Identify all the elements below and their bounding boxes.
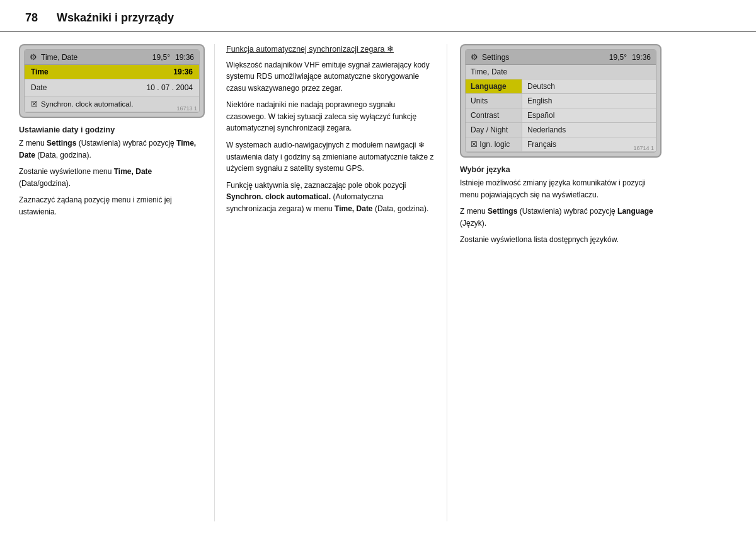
right-menu-daynight-left: Day / Night [466, 123, 522, 137]
right-bold-settings: Settings [488, 207, 517, 216]
middle-para-3: W systemach audio-nawigacyjnych z modułe… [226, 139, 435, 175]
left-menu-time[interactable]: Time 19:36 [25, 65, 199, 79]
right-menu-language-right: Deutsch [522, 79, 656, 93]
right-menu-contrast-right: Español [522, 108, 656, 122]
right-screen-title: Settings [482, 53, 609, 62]
middle-bold-sync: Synchron. clock automatical. [226, 192, 331, 201]
right-menu-daynight-right: Nederlands [522, 123, 656, 137]
left-menu-date-label: Date [31, 83, 147, 92]
left-screen-title: Time, Date [41, 53, 152, 62]
settings-icon-left: ⚙ [30, 52, 37, 62]
page-number: 78 [25, 11, 38, 25]
right-menu-row-daynight[interactable]: Day / Night Nederlands [466, 123, 656, 137]
middle-bold-timedate: Time, Date [335, 204, 372, 213]
right-menu-contrast-left: Contrast [466, 108, 522, 122]
right-screen-time: 19:36 [632, 53, 651, 62]
right-para-1: Istnieje możliwość zmiany języka komunik… [460, 177, 662, 200]
middle-para-2: Niektóre nadajniki nie nadają poprawnego… [226, 99, 435, 134]
right-menu-units-right: English [522, 94, 656, 108]
left-menu-checkbox[interactable]: ☒ Synchron. clock automatical. [25, 96, 199, 112]
right-menu-row-ignlogic[interactable]: ☒ Ign. logic Français [466, 137, 656, 152]
right-menu-row-contrast[interactable]: Contrast Español [466, 108, 656, 123]
middle-underline-title: Funkcja automatycznej synchronizacji zeg… [226, 44, 435, 55]
left-menu-date[interactable]: Date 10 . 07 . 2004 [25, 79, 199, 96]
settings-icon-right: ⚙ [471, 52, 478, 62]
right-menu-row-units[interactable]: Units English [466, 94, 656, 108]
right-para-2: Z menu Settings (Ustawienia) wybrać pozy… [460, 206, 662, 229]
right-menu-units-left: Units [466, 94, 522, 108]
right-menu-ignlogic-left: ☒ Ign. logic [466, 137, 522, 151]
middle-para-1: Większość nadajników VHF emituje sygnał … [226, 59, 435, 95]
right-menu-language-left: Language [466, 79, 522, 93]
right-section-heading: Wybór języka [460, 165, 662, 174]
left-bold-settings: Settings [47, 139, 76, 148]
left-screen-corner-num: 16713 1 [176, 105, 197, 112]
checkbox-label: Synchron. clock automatical. [41, 100, 133, 108]
left-menu-time-value: 19:36 [173, 67, 193, 76]
left-screen-time: 19:36 [175, 53, 194, 62]
right-screen-corner-num: 16714 1 [633, 145, 654, 151]
middle-column: Funkcja automatycznej synchronizacji zeg… [214, 44, 447, 521]
right-bold-language: Language [617, 207, 653, 216]
page-title: Wskaźniki i przyrządy [57, 11, 174, 25]
left-menu-date-value: 10 . 07 . 2004 [147, 83, 193, 92]
right-menu-row-language[interactable]: Language Deutsch [466, 79, 656, 94]
left-column: ⚙ Time, Date 19,5° 19:36 Time 19:36 Date… [19, 44, 214, 521]
left-screen-temp: 19,5° [152, 53, 170, 62]
left-bold-timedate2: Time, Date [114, 167, 152, 176]
left-screen-inner: ⚙ Time, Date 19,5° 19:36 Time 19:36 Date… [24, 49, 200, 113]
left-screen-header: ⚙ Time, Date 19,5° 19:36 [25, 50, 199, 65]
right-screen-header: ⚙ Settings 19,5° 19:36 [466, 50, 656, 65]
left-section-heading: Ustawianie daty i godziny [19, 125, 205, 134]
checkbox-icon: ☒ [31, 100, 38, 108]
right-menu-timedate-label: Time, Date [466, 65, 656, 79]
left-para-1: Z menu Settings (Ustawienia) wybrać pozy… [19, 137, 205, 161]
content-area: ⚙ Time, Date 19,5° 19:36 Time 19:36 Date… [0, 32, 756, 528]
left-menu-time-label: Time [31, 67, 173, 76]
right-para-3: Zostanie wyświetlona lista dostępnych ję… [460, 234, 662, 246]
page-header: 78 Wskaźniki i przyrządy [0, 0, 756, 32]
left-para-2: Zostanie wyświetlone menu Time, Date (Da… [19, 166, 205, 189]
left-screen-widget: ⚙ Time, Date 19,5° 19:36 Time 19:36 Date… [19, 44, 205, 118]
right-menu-row-timedate[interactable]: Time, Date [466, 65, 656, 79]
right-screen-widget: ⚙ Settings 19,5° 19:36 Time, Date Langua… [460, 44, 662, 158]
right-screen-temp: 19,5° [609, 53, 627, 62]
left-para-3: Zaznaczyć żądaną pozycję menu i zmienić … [19, 194, 205, 218]
right-screen-inner: ⚙ Settings 19,5° 19:36 Time, Date Langua… [465, 49, 656, 153]
middle-para-4: Funkcję uaktywnia się, zaznaczając pole … [226, 180, 435, 215]
right-column: ⚙ Settings 19,5° 19:36 Time, Date Langua… [447, 44, 662, 521]
left-bold-timedate: Time, Date [19, 139, 196, 160]
